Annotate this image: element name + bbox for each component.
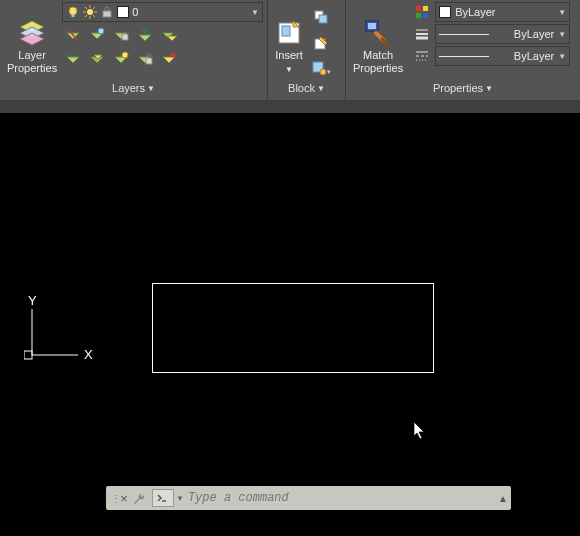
svg-rect-14	[103, 11, 111, 17]
svg-marker-20	[139, 35, 151, 41]
color-dropdown[interactable]: ByLayer ▼	[435, 2, 570, 22]
chevron-down-icon: ▼	[558, 52, 566, 61]
svg-rect-34	[282, 26, 290, 36]
svg-marker-31	[163, 57, 175, 63]
svg-rect-56	[24, 351, 32, 359]
chevron-down-icon: ▼	[285, 65, 293, 74]
panel-title-layers[interactable]: Layers▼	[0, 79, 267, 100]
layer-dropdown[interactable]: 0 ▼	[62, 2, 263, 22]
lineweight-dropdown[interactable]: ByLayer ▼	[435, 24, 570, 44]
svg-rect-4	[72, 14, 75, 17]
svg-text:Y: Y	[28, 293, 37, 308]
match-properties-button[interactable]: Match Properties	[350, 2, 406, 78]
match-properties-label: Match Properties	[353, 49, 403, 75]
ucs-icon: X Y	[24, 293, 99, 363]
svg-rect-43	[423, 6, 428, 11]
lightbulb-icon	[66, 5, 80, 19]
svg-rect-44	[416, 13, 421, 18]
panel-block: Insert▼ ▾ Block▼	[268, 0, 346, 100]
match-properties-icon	[362, 17, 394, 49]
layer-dropdown-value: 0	[132, 6, 248, 18]
rectangle-entity[interactable]	[152, 283, 434, 373]
svg-text:X: X	[84, 347, 93, 362]
layer-unlock-button[interactable]	[134, 48, 156, 70]
layer-freeze-button[interactable]	[86, 24, 108, 46]
lineweight-dropdown-value: ByLayer	[493, 28, 554, 40]
color-swatch-icon	[439, 6, 451, 18]
chevron-down-icon: ▼	[145, 84, 155, 93]
layer-isolate-button[interactable]	[86, 48, 108, 70]
svg-line-13	[93, 7, 95, 9]
layer-make-current-button[interactable]	[134, 24, 156, 46]
insert-block-icon	[273, 17, 305, 49]
layer-thaw-button[interactable]	[110, 48, 132, 70]
svg-point-17	[98, 28, 104, 34]
chevron-down-icon: ▼	[483, 84, 493, 93]
lock-icon	[100, 5, 114, 19]
command-line[interactable]: ⋮⋮ × ▼ ▲	[106, 486, 511, 510]
object-color-button[interactable]	[411, 2, 433, 22]
svg-line-12	[85, 15, 87, 17]
svg-rect-19	[122, 34, 128, 40]
svg-point-3	[69, 7, 77, 15]
svg-point-5	[87, 9, 93, 15]
customize-icon[interactable]	[132, 491, 150, 505]
chevron-down-icon[interactable]: ▼	[176, 494, 184, 503]
line-preview-icon	[439, 34, 489, 35]
chevron-down-icon: ▼	[315, 84, 325, 93]
color-swatch-icon	[117, 6, 129, 18]
linetype-dropdown-value: ByLayer	[493, 50, 554, 62]
chevron-down-icon: ▼	[251, 8, 259, 17]
layer-lock-button[interactable]	[110, 24, 132, 46]
svg-rect-41	[368, 23, 376, 29]
linetype-dropdown[interactable]: ByLayer ▼	[435, 46, 570, 66]
history-up-icon[interactable]: ▲	[495, 493, 511, 504]
sun-icon	[83, 5, 97, 19]
svg-rect-42	[416, 6, 421, 11]
chevron-down-icon: ▼	[558, 30, 566, 39]
panel-layers: Layer Properties 0 ▼	[0, 0, 268, 100]
drawing-canvas[interactable]: X Y ⋮⋮ × ▼ ▲	[0, 113, 580, 536]
chevron-down-icon: ▼	[558, 8, 566, 17]
svg-point-39	[320, 69, 326, 75]
create-block-button[interactable]	[310, 6, 332, 28]
svg-line-11	[93, 15, 95, 17]
line-preview-icon	[439, 56, 489, 57]
lineweight-button[interactable]	[411, 24, 433, 44]
svg-rect-45	[423, 13, 428, 18]
drag-handle-icon[interactable]: ⋮⋮	[106, 486, 116, 510]
edit-attributes-button[interactable]: ▾	[310, 57, 332, 79]
close-icon[interactable]: ×	[116, 491, 132, 506]
layer-properties-button[interactable]: Layer Properties	[4, 2, 60, 78]
command-input[interactable]	[184, 491, 495, 505]
color-dropdown-value: ByLayer	[455, 6, 554, 18]
panel-properties: Match Properties ByLayer ▼ ByLayer ▼	[346, 0, 580, 100]
layer-properties-label: Layer Properties	[7, 49, 57, 75]
layer-previous-button[interactable]	[62, 48, 84, 70]
layer-match-button[interactable]	[158, 24, 180, 46]
svg-marker-22	[167, 36, 177, 41]
cursor-icon	[413, 421, 427, 441]
svg-marker-24	[67, 53, 70, 57]
svg-point-32	[171, 53, 176, 58]
svg-marker-23	[67, 57, 79, 63]
panel-title-properties[interactable]: Properties▼	[346, 79, 580, 100]
svg-rect-57	[156, 492, 170, 504]
command-prompt-icon[interactable]	[152, 489, 174, 507]
linetype-button[interactable]	[411, 46, 433, 66]
insert-button[interactable]: Insert▼	[270, 2, 308, 79]
svg-line-10	[85, 7, 87, 9]
separator	[0, 100, 580, 113]
svg-point-28	[122, 52, 128, 58]
layer-stack-icon	[16, 17, 48, 49]
panel-title-block[interactable]: Block▼	[268, 79, 345, 100]
svg-rect-36	[319, 15, 327, 23]
edit-block-button[interactable]	[310, 32, 332, 54]
layer-off-button[interactable]	[62, 24, 84, 46]
insert-label: Insert	[275, 49, 303, 61]
layer-change-button[interactable]	[158, 48, 180, 70]
svg-rect-30	[146, 58, 152, 64]
